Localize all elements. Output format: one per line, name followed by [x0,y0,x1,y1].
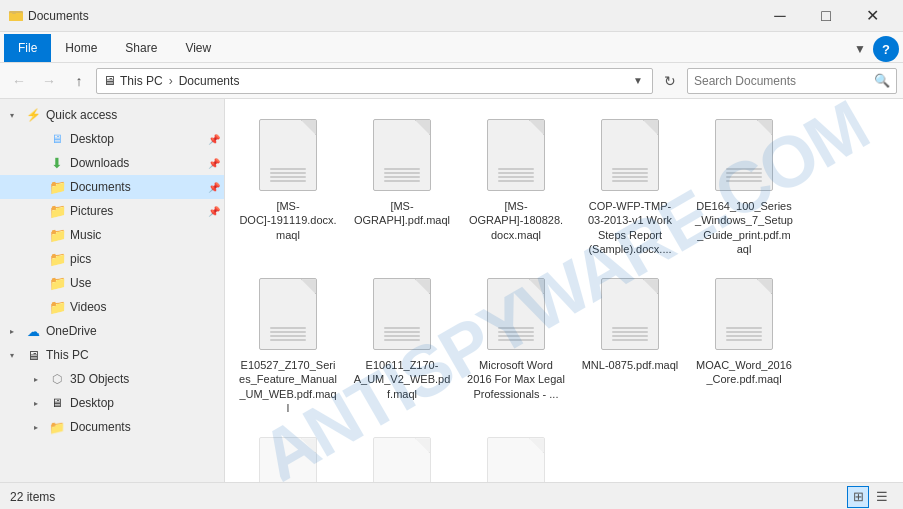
breadcrumb-sep: › [169,74,173,88]
window-controls: ─ □ ✕ [757,0,895,32]
ribbon-tabs: File Home Share View ▼ ? [0,32,903,62]
doc-icon [259,278,317,350]
file-icon-wrapper [595,115,665,195]
sidebar-item-videos[interactable]: 📁 Videos [0,295,224,319]
file-item[interactable]: [MS-DOC]-191119.docx.maql [233,107,343,262]
file-name: [MS-DOC]-191119.docx.maql [239,199,337,242]
forward-button[interactable]: → [36,68,62,94]
quick-access-icon: ⚡ [24,106,42,124]
file-item[interactable] [347,425,457,482]
breadcrumb-thispc: This PC [120,74,163,88]
documents2-expand: ▸ [28,419,44,435]
documents2-icon: 📁 [48,418,66,436]
file-item[interactable]: COP-WFP-TMP-03-2013-v1 Work Steps Report… [575,107,685,262]
doc-lines [726,166,762,184]
thispc-expand: ▾ [4,347,20,363]
breadcrumb-documents: Documents [179,74,240,88]
grid-view-button[interactable]: ⊞ [847,486,869,508]
file-item[interactable]: [MS-OGRAPH]-180828.docx.maql [461,107,571,262]
sidebar-item-pics[interactable]: 📁 pics [0,247,224,271]
window-title: Documents [28,9,757,23]
breadcrumb[interactable]: 🖥 This PC › Documents ▼ [96,68,653,94]
svg-rect-2 [12,11,16,14]
onedrive-expand: ▸ [4,323,20,339]
up-button[interactable]: ↑ [66,68,92,94]
item-count: 22 items [10,490,55,504]
close-button[interactable]: ✕ [849,0,895,32]
file-name: COP-WFP-TMP-03-2013-v1 Work Steps Report… [581,199,679,256]
ribbon-expand-btn[interactable]: ▼ [847,36,873,62]
file-icon-wrapper [367,433,437,482]
doc-icon [487,437,545,482]
file-item[interactable]: MNL-0875.pdf.maql [575,266,685,421]
file-name: E10611_Z170-A_UM_V2_WEB.pdf.maql [353,358,451,401]
file-item[interactable]: DE164_100_Series_Windows_7_Setup_Guide_p… [689,107,799,262]
thispc-icon: 🖥 [24,346,42,364]
file-name: MNL-0875.pdf.maql [582,358,679,372]
sidebar: ▾ ⚡ Quick access 🖥 Desktop 📌 ⬇ Downloads… [0,99,225,482]
sidebar-item-desktop2[interactable]: ▸ 🖥 Desktop [0,391,224,415]
sidebar-3dobjects-label: 3D Objects [70,372,220,386]
sidebar-item-desktop[interactable]: 🖥 Desktop 📌 [0,127,224,151]
file-icon-wrapper [481,433,551,482]
search-icon[interactable]: 🔍 [874,73,890,88]
file-name: DE164_100_Series_Windows_7_Setup_Guide_p… [695,199,793,256]
sidebar-item-pictures[interactable]: 📁 Pictures 📌 [0,199,224,223]
quick-access-expand: ▾ [4,107,20,123]
minimize-button[interactable]: ─ [757,0,803,32]
use-expand [28,275,44,291]
file-item[interactable]: [MS-OGRAPH].pdf.maql [347,107,457,262]
file-name: Microsoft Word 2016 For Max Legal Profes… [467,358,565,401]
maximize-button[interactable]: □ [803,0,849,32]
list-view-button[interactable]: ☰ [871,486,893,508]
doc-icon [259,437,317,482]
file-name: [MS-OGRAPH].pdf.maql [353,199,451,228]
doc-icon [487,278,545,350]
sidebar-item-3dobjects[interactable]: ▸ ⬡ 3D Objects [0,367,224,391]
tab-view[interactable]: View [171,34,225,62]
file-item[interactable]: MOAC_Word_2016_Core.pdf.maql [689,266,799,421]
file-item[interactable]: E10527_Z170_Series_Feature_Manual_UM_WEB… [233,266,343,421]
file-icon-wrapper [367,115,437,195]
back-button[interactable]: ← [6,68,32,94]
refresh-button[interactable]: ↻ [657,68,683,94]
file-icon-wrapper [709,115,779,195]
file-grid: [MS-DOC]-191119.docx.maql [MS-OGRAPH].pd… [233,107,895,482]
view-toggle: ⊞ ☰ [847,486,893,508]
file-item[interactable]: Microsoft Word 2016 For Max Legal Profes… [461,266,571,421]
file-item[interactable]: E10611_Z170-A_UM_V2_WEB.pdf.maql [347,266,457,421]
breadcrumb-dropdown[interactable]: ▼ [630,68,646,94]
documents-expand [28,179,44,195]
search-input[interactable] [694,74,870,88]
desktop2-icon: 🖥 [48,394,66,412]
sidebar-item-thispc[interactable]: ▾ 🖥 This PC [0,343,224,367]
desktop-icon: 🖥 [48,130,66,148]
tab-home[interactable]: Home [51,34,111,62]
downloads-expand [28,155,44,171]
sidebar-item-music[interactable]: 📁 Music [0,223,224,247]
content-area: ANTISPYWARE.COM [MS-DOC]-191119.docx.maq… [225,99,903,482]
search-box[interactable]: 🔍 [687,68,897,94]
pics-icon: 📁 [48,250,66,268]
quick-access-header[interactable]: ▾ ⚡ Quick access [0,103,224,127]
sidebar-item-documents[interactable]: 📁 Documents 📌 [0,175,224,199]
file-name: MOAC_Word_2016_Core.pdf.maql [695,358,793,387]
sidebar-item-use[interactable]: 📁 Use [0,271,224,295]
pictures-icon: 📁 [48,202,66,220]
desktop-pin: 📌 [208,134,220,145]
help-button[interactable]: ? [873,36,899,62]
sidebar-pics-label: pics [70,252,220,266]
file-icon-wrapper [253,433,323,482]
address-bar: ← → ↑ 🖥 This PC › Documents ▼ ↻ 🔍 [0,63,903,99]
tab-share[interactable]: Share [111,34,171,62]
file-item[interactable] [233,425,343,482]
doc-icon [259,119,317,191]
sidebar-item-documents2[interactable]: ▸ 📁 Documents [0,415,224,439]
file-item[interactable] [461,425,571,482]
file-icon-wrapper [253,115,323,195]
sidebar-item-downloads[interactable]: ⬇ Downloads 📌 [0,151,224,175]
sidebar-thispc-label: This PC [46,348,220,362]
sidebar-item-onedrive[interactable]: ▸ ☁ OneDrive [0,319,224,343]
tab-file[interactable]: File [4,34,51,62]
doc-icon [373,278,431,350]
